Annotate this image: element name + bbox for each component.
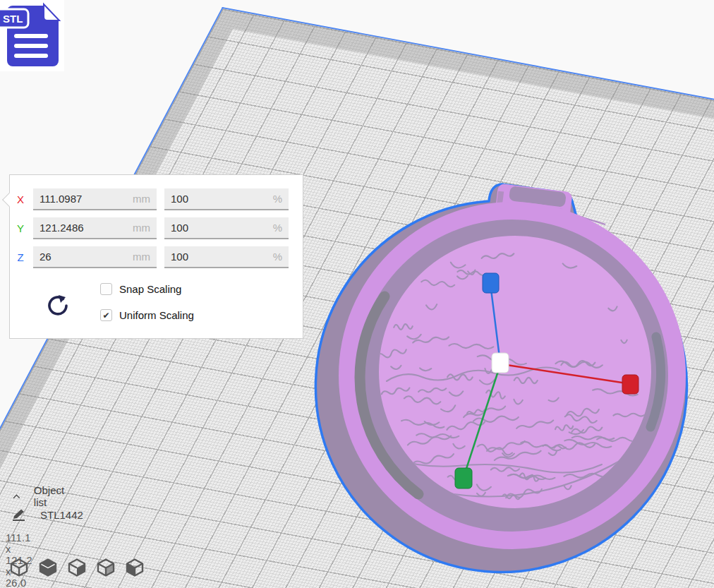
z-axis-label: Z [10, 251, 31, 263]
uniform-scaling-label: Uniform Scaling [119, 309, 194, 321]
view-left-icon[interactable] [97, 558, 115, 577]
viewport-3d: STL X 111.0987 mm 100 % Y 121.2486 mm 10… [0, 0, 714, 588]
z-size-input[interactable]: 26 mm [33, 246, 157, 268]
z-scale-handle[interactable] [483, 273, 499, 293]
y-percent-input[interactable]: 100 % [164, 217, 289, 239]
x-percent-input[interactable]: 100 % [164, 188, 289, 210]
x-axis-label: X [10, 193, 31, 205]
y-scale-handle[interactable] [455, 468, 472, 488]
y-size-input[interactable]: 121.2486 mm [33, 217, 157, 239]
y-percent-unit: % [273, 222, 282, 234]
view-top-icon[interactable] [68, 558, 86, 577]
snap-scaling-label: Snap Scaling [119, 283, 181, 295]
pencil-icon [11, 508, 27, 521]
object-list-header[interactable]: Object list [13, 484, 67, 508]
x-size-unit: mm [133, 193, 150, 205]
scale-tool-panel: X 111.0987 mm 100 % Y 121.2486 mm 100 % … [9, 174, 303, 339]
z-percent-unit: % [273, 251, 282, 263]
x-size-input[interactable]: 111.0987 mm [33, 188, 157, 210]
chevron-up-icon [13, 493, 20, 500]
object-list-item[interactable]: STL1442 [11, 508, 83, 521]
view-front-icon[interactable] [39, 558, 57, 577]
view-toolbar [10, 558, 144, 577]
stl-badge-text: STL [3, 13, 23, 25]
reset-arrow-icon [45, 294, 71, 318]
x-scale-handle[interactable] [622, 375, 639, 394]
reset-scale-button[interactable] [44, 292, 72, 320]
view-right-icon[interactable] [126, 558, 144, 577]
snap-scaling-checkbox[interactable] [100, 283, 112, 295]
object-list-title: Object list [34, 484, 68, 508]
x-percent-unit: % [273, 193, 282, 205]
z-percent-input[interactable]: 100 % [164, 246, 289, 268]
document-fold [44, 4, 59, 20]
mold-floor [379, 236, 651, 508]
view-3d-icon[interactable] [10, 558, 28, 577]
y-size-unit: mm [133, 222, 150, 234]
center-scale-handle[interactable] [492, 353, 509, 373]
uniform-scaling-checkbox[interactable]: ✔ [100, 309, 112, 321]
z-size-unit: mm [133, 251, 150, 263]
y-axis-label: Y [10, 222, 31, 234]
object-name: STL1442 [40, 509, 83, 521]
stl-file-badge: STL [0, 0, 64, 71]
